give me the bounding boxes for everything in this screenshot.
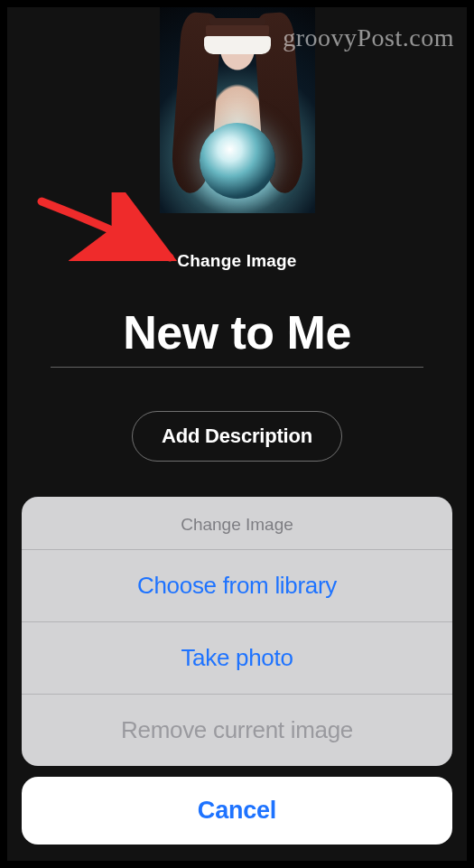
cancel-button[interactable]: Cancel xyxy=(22,777,452,845)
playlist-title-input[interactable]: New to Me xyxy=(51,305,423,368)
action-sheet-title: Change Image xyxy=(22,497,452,550)
remove-current-image-button[interactable]: Remove current image xyxy=(22,695,452,766)
action-sheet: Change Image Choose from library Take ph… xyxy=(14,497,460,854)
change-image-button[interactable]: Change Image xyxy=(7,251,467,271)
choose-from-library-button[interactable]: Choose from library xyxy=(22,550,452,622)
add-description-button[interactable]: Add Description xyxy=(132,411,342,462)
playlist-edit-screen: groovyPost.com Change Image New to Me Ad… xyxy=(7,7,467,861)
playlist-cover-image[interactable] xyxy=(160,7,315,213)
take-photo-button[interactable]: Take photo xyxy=(22,622,452,695)
